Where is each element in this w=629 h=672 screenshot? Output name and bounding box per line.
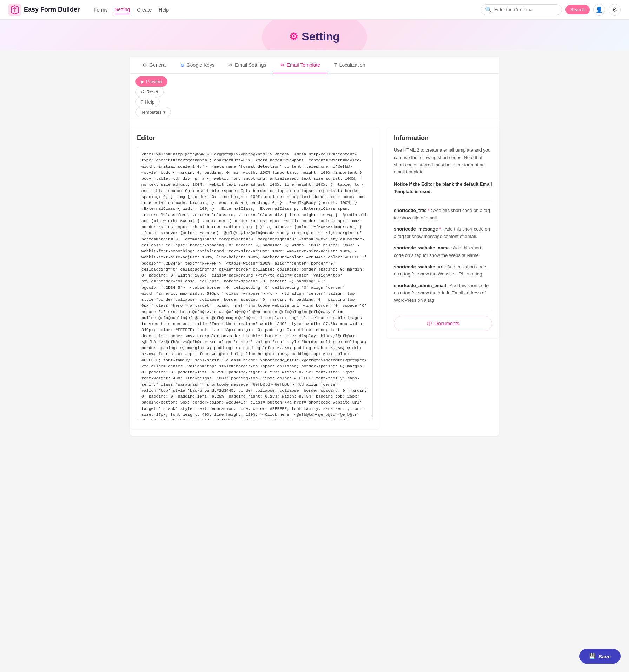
nav-create[interactable]: Create (137, 6, 152, 14)
shortcode-website-name-code: shortcode_website_name (394, 245, 450, 251)
help-button[interactable]: ? Help (135, 97, 160, 107)
main-container: ⚙ General G Google Keys ✉ Email Settings… (121, 50, 508, 443)
shortcode-admin-email-code: shortcode_admin_email (394, 283, 446, 288)
tab-email-template[interactable]: ✉ Email Template (273, 57, 327, 73)
save-area: 💾 Save (579, 649, 621, 664)
editor-textarea[interactable]: <html xmlns='http:@efb@www.w3.org@efb@19… (137, 147, 373, 420)
editor-title: Editor (137, 134, 373, 142)
nav-help[interactable]: Help (159, 6, 169, 14)
localization-icon: T (334, 62, 337, 68)
search-box: 🔍 (481, 4, 562, 15)
divider-2 (394, 310, 492, 310)
email-template-icon: ✉ (280, 62, 285, 68)
notice-bold: Notice if the Editor be blank the defaul… (394, 181, 492, 194)
email-settings-icon: ✉ (229, 62, 233, 68)
editor-panel: Editor <html xmlns='http:@efb@www.w3.org… (130, 127, 380, 429)
tab-email-settings[interactable]: ✉ Email Settings (221, 57, 273, 73)
tab-localization[interactable]: T Localization (327, 57, 372, 73)
search-icon: 🔍 (485, 6, 492, 13)
gear-icon[interactable]: ⚙ (609, 4, 621, 16)
content-area: Editor <html xmlns='http:@efb@www.w3.org… (130, 120, 499, 436)
shortcode-admin-email-item: shortcode_admin_email : Add this short c… (394, 282, 492, 304)
shortcode-website-url-code: shortcode_website_url (394, 264, 444, 270)
templates-button[interactable]: Templates ▾ (135, 107, 171, 117)
info-title: Information (394, 134, 492, 142)
help-icon: ? (141, 99, 143, 105)
shortcode-message-code: shortcode_message (394, 226, 438, 232)
google-icon: G (181, 62, 184, 68)
shortcode-website-name-item: shortcode_website_name : Add this short … (394, 245, 492, 259)
hero-blob (262, 20, 367, 50)
section-card: ⚙ General G Google Keys ✉ Email Settings… (130, 57, 499, 436)
info-card: Information Use HTML 2 to create a email… (387, 127, 499, 338)
tabs-bar: ⚙ General G Google Keys ✉ Email Settings… (130, 57, 499, 74)
shortcode-title-code: shortcode_title (394, 208, 426, 213)
logo-area: Easy Form Builder (8, 4, 80, 16)
nav-right: 🔍 Search 👤 ⚙ (481, 4, 621, 16)
shortcode-title-required: * (428, 208, 430, 213)
info-notice: Notice if the Editor be blank the defaul… (394, 181, 492, 195)
logo-text: Easy Form Builder (24, 6, 80, 13)
nav-links: Forms Setting Create Help (94, 5, 169, 14)
tab-google-keys[interactable]: G Google Keys (174, 57, 221, 73)
shortcode-title-item: shortcode_title * : Add this short code … (394, 207, 492, 222)
search-input[interactable] (494, 7, 557, 12)
nav-setting[interactable]: Setting (115, 5, 130, 14)
divider-1 (394, 201, 492, 201)
tab-general[interactable]: ⚙ General (135, 57, 174, 73)
search-button[interactable]: Search (565, 5, 590, 14)
documents-button[interactable]: ⓘ Documents (394, 316, 492, 331)
reset-button[interactable]: ↺ Reset (135, 87, 164, 97)
general-icon: ⚙ (143, 62, 147, 68)
shortcode-message-required: * (439, 226, 441, 232)
chevron-down-icon: ▾ (163, 109, 166, 115)
reset-icon: ↺ (141, 89, 145, 94)
info-main-text: Use HTML 2 to create a email template an… (394, 147, 492, 176)
toolbar: ▶ Preview ↺ Reset ? Help Templates ▾ (130, 74, 499, 120)
save-button[interactable]: 💾 Save (579, 649, 621, 664)
logo-icon (8, 4, 21, 16)
docs-icon: ⓘ (427, 320, 432, 327)
shortcode-website-url-item: shortcode_website_url : Add this short c… (394, 264, 492, 278)
navbar: Easy Form Builder Forms Setting Create H… (0, 0, 629, 20)
hero-section: ⚙ Setting (0, 20, 629, 50)
user-icon[interactable]: 👤 (593, 4, 605, 16)
preview-button[interactable]: ▶ Preview (135, 76, 167, 87)
info-panel: Information Use HTML 2 to create a email… (387, 127, 499, 429)
play-icon: ▶ (141, 79, 144, 84)
save-icon: 💾 (589, 653, 596, 659)
shortcode-message-item: shortcode_message * : Add this short cod… (394, 226, 492, 240)
nav-forms[interactable]: Forms (94, 6, 108, 14)
